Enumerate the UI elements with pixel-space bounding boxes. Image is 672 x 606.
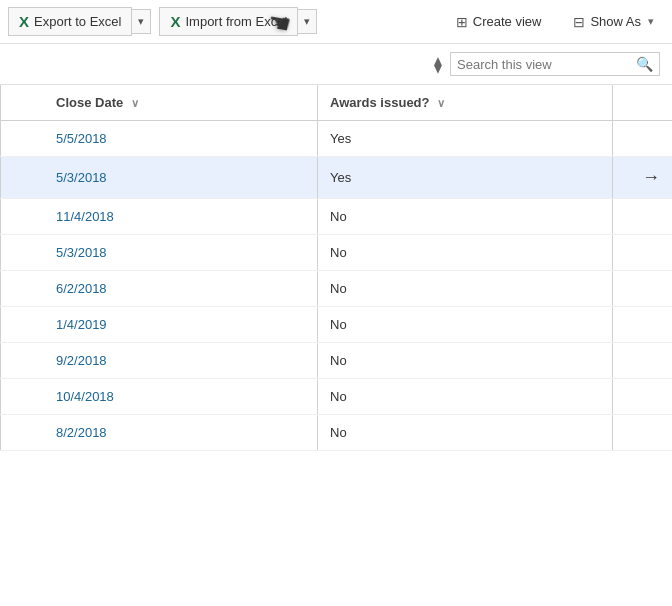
cell-awards-issued: Yes bbox=[318, 157, 612, 199]
search-bar: ⧫ 🔍 bbox=[0, 44, 672, 85]
data-table-container: Close Date ∨ Awards issued? ∨ 5/5/2018Ye… bbox=[0, 85, 672, 451]
table-row[interactable]: 5/3/2018No bbox=[1, 235, 673, 271]
table-row[interactable]: 1/4/2019No bbox=[1, 307, 673, 343]
cell-row-action[interactable]: → bbox=[612, 157, 672, 199]
cell-awards-issued: Yes bbox=[318, 121, 612, 157]
cell-awards-issued: No bbox=[318, 235, 612, 271]
table-body: 5/5/2018Yes5/3/2018Yes→11/4/2018No5/3/20… bbox=[1, 121, 673, 451]
cell-row-action bbox=[612, 121, 672, 157]
import-excel-button[interactable]: X Import from Excel bbox=[159, 7, 298, 36]
cell-close-date: 11/4/2018 bbox=[1, 199, 318, 235]
col-header-extra bbox=[612, 85, 672, 121]
filter-icon[interactable]: ⧫ bbox=[434, 55, 442, 74]
table-row[interactable]: 5/3/2018Yes→ bbox=[1, 157, 673, 199]
cell-row-action bbox=[612, 235, 672, 271]
cell-row-action bbox=[612, 343, 672, 379]
cell-close-date: 5/3/2018 bbox=[1, 157, 318, 199]
cell-row-action bbox=[612, 415, 672, 451]
toolbar: X Export to Excel ▾ X Import from Excel … bbox=[0, 0, 672, 44]
import-label: Import from Excel bbox=[185, 14, 287, 29]
table-row[interactable]: 6/2/2018No bbox=[1, 271, 673, 307]
export-excel-button[interactable]: X Export to Excel bbox=[8, 7, 132, 36]
export-excel-dropdown[interactable]: ▾ bbox=[132, 9, 151, 34]
table-row[interactable]: 8/2/2018No bbox=[1, 415, 673, 451]
cell-close-date: 5/5/2018 bbox=[1, 121, 318, 157]
awards-issued-sort-icon: ∨ bbox=[437, 97, 445, 109]
import-excel-dropdown[interactable]: ▾ bbox=[298, 9, 317, 34]
close-date-sort-icon: ∨ bbox=[131, 97, 139, 109]
col-resize-handle-awards-issued[interactable] bbox=[608, 85, 612, 120]
cell-awards-issued: No bbox=[318, 307, 612, 343]
col-awards-issued-label: Awards issued? bbox=[330, 95, 429, 110]
cell-row-action bbox=[612, 307, 672, 343]
col-close-date-label: Close Date bbox=[56, 95, 123, 110]
search-input-wrapper: 🔍 bbox=[450, 52, 660, 76]
row-navigate-arrow-icon[interactable]: → bbox=[642, 167, 660, 187]
col-header-awards-issued[interactable]: Awards issued? ∨ bbox=[318, 85, 612, 121]
cell-close-date: 5/3/2018 bbox=[1, 235, 318, 271]
export-dropdown-arrow-icon: ▾ bbox=[138, 15, 144, 28]
excel-import-icon: X bbox=[170, 13, 180, 30]
cell-awards-issued: No bbox=[318, 379, 612, 415]
excel-export-icon: X bbox=[19, 13, 29, 30]
cell-row-action bbox=[612, 199, 672, 235]
import-dropdown-arrow-icon: ▾ bbox=[304, 15, 310, 28]
create-view-icon: ⊞ bbox=[456, 14, 468, 30]
col-resize-handle-close-date[interactable] bbox=[313, 85, 317, 120]
table-row[interactable]: 9/2/2018No bbox=[1, 343, 673, 379]
search-input[interactable] bbox=[457, 57, 636, 72]
table-header-row: Close Date ∨ Awards issued? ∨ bbox=[1, 85, 673, 121]
show-as-icon: ⊟ bbox=[573, 14, 585, 30]
toolbar-right-actions: ⊞ Create view ⊟ Show As ▾ bbox=[446, 9, 664, 35]
cell-awards-issued: No bbox=[318, 343, 612, 379]
table-row[interactable]: 5/5/2018Yes bbox=[1, 121, 673, 157]
table-row[interactable]: 10/4/2018No bbox=[1, 379, 673, 415]
cell-awards-issued: No bbox=[318, 415, 612, 451]
show-as-dropdown-icon: ▾ bbox=[648, 15, 654, 28]
create-view-button[interactable]: ⊞ Create view bbox=[446, 9, 552, 35]
cell-close-date: 10/4/2018 bbox=[1, 379, 318, 415]
data-table: Close Date ∨ Awards issued? ∨ 5/5/2018Ye… bbox=[0, 85, 672, 451]
create-view-label: Create view bbox=[473, 14, 542, 29]
cell-awards-issued: No bbox=[318, 271, 612, 307]
cell-row-action bbox=[612, 379, 672, 415]
show-as-button[interactable]: ⊟ Show As ▾ bbox=[563, 9, 664, 35]
cell-close-date: 9/2/2018 bbox=[1, 343, 318, 379]
cell-close-date: 6/2/2018 bbox=[1, 271, 318, 307]
cell-awards-issued: No bbox=[318, 199, 612, 235]
export-label: Export to Excel bbox=[34, 14, 121, 29]
cell-row-action bbox=[612, 271, 672, 307]
col-header-close-date[interactable]: Close Date ∨ bbox=[1, 85, 318, 121]
table-header: Close Date ∨ Awards issued? ∨ bbox=[1, 85, 673, 121]
cell-close-date: 8/2/2018 bbox=[1, 415, 318, 451]
show-as-label: Show As bbox=[590, 14, 641, 29]
search-magnifier-icon[interactable]: 🔍 bbox=[636, 56, 653, 72]
cell-close-date: 1/4/2019 bbox=[1, 307, 318, 343]
table-row[interactable]: 11/4/2018No bbox=[1, 199, 673, 235]
